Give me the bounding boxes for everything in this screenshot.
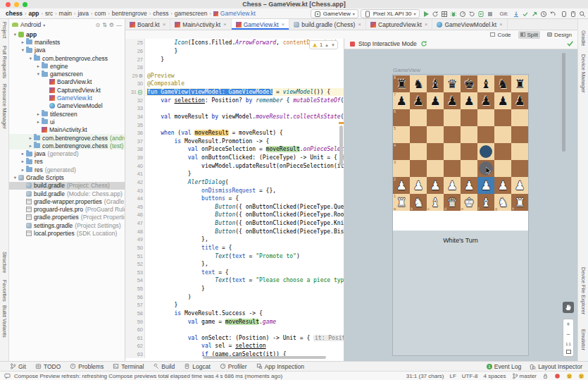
- code-line[interactable]: 62 val sel = selection: [125, 342, 344, 350]
- tool-window-button-build[interactable]: Build: [153, 363, 175, 370]
- tool-button-emulator[interactable]: Emulator: [580, 329, 587, 350]
- board-square-b7[interactable]: ♟: [410, 92, 427, 109]
- tree-toggle-icon[interactable]: ▸: [20, 167, 26, 173]
- white-piece[interactable]: ♞: [410, 194, 427, 211]
- project-tree-item[interactable]: ▸engine: [9, 62, 125, 70]
- code-line[interactable]: 52 },: [125, 260, 344, 269]
- chess-board[interactable]: 8♜♞♝♛♚♝♞♜7♟♟♟♟♟♟♟♟65432♟♟♟♟♟♟♟♟1a♜b♞c♝d♛…: [393, 75, 528, 211]
- code-line[interactable]: 49 },: [125, 235, 344, 244]
- project-tree-item[interactable]: ▾java: [9, 47, 125, 54]
- project-tree-item[interactable]: GameViewModel: [9, 102, 125, 110]
- board-square-c3[interactable]: [427, 160, 444, 177]
- white-piece[interactable]: ♟: [393, 177, 410, 194]
- tool-button-device-manager[interactable]: Device Manager: [580, 54, 587, 93]
- board-square-h3[interactable]: [511, 160, 528, 177]
- code-line[interactable]: 61 val onSelect: (Position) -> Unit = { …: [125, 334, 344, 343]
- board-square-c8[interactable]: ♝: [427, 75, 444, 92]
- black-piece[interactable]: ♟: [461, 92, 477, 109]
- tree-toggle-icon[interactable]: ▾: [27, 56, 34, 61]
- smiley-icon[interactable]: [566, 373, 573, 379]
- file-encoding[interactable]: UTF-8: [462, 373, 478, 379]
- board-square-e8[interactable]: ♚: [461, 75, 477, 92]
- board-square-e7[interactable]: ♟: [461, 92, 477, 109]
- board-square-e6[interactable]: [461, 109, 477, 126]
- code-line[interactable]: 51 Text(text = "Promote to"): [125, 252, 344, 260]
- board-square-f6[interactable]: [477, 109, 494, 126]
- editor-vertical-scrollbar[interactable]: [339, 125, 343, 166]
- mode-split-button[interactable]: Split: [518, 31, 541, 39]
- profile-button[interactable]: [458, 10, 468, 18]
- board-square-a5[interactable]: 5: [393, 126, 410, 143]
- device-select[interactable]: Pixel XL API 30 ▾: [361, 9, 420, 18]
- board-square-g4[interactable]: [494, 143, 511, 160]
- breadcrumb-item[interactable]: com: [94, 10, 106, 17]
- record-icon[interactable]: [554, 373, 561, 379]
- code-line[interactable]: 44 buttons = {: [125, 195, 344, 203]
- white-piece[interactable]: ♟: [410, 177, 427, 194]
- board-square-h8[interactable]: ♜: [511, 75, 528, 92]
- board-square-f4[interactable]: [477, 143, 494, 160]
- white-piece[interactable]: ♝: [477, 194, 494, 211]
- code-line[interactable]: 37 is MoveResult.Promotion -> {: [125, 137, 344, 146]
- board-square-h1[interactable]: h♜: [511, 194, 528, 211]
- code-line[interactable]: 53 text = {: [125, 269, 344, 277]
- inspections-widget[interactable]: 1 ▲ ▼: [309, 40, 338, 49]
- commit-button[interactable]: [520, 10, 530, 18]
- black-piece[interactable]: ♞: [494, 75, 511, 92]
- zoom-out-button[interactable]: −: [566, 331, 570, 338]
- board-square-d7[interactable]: ♟: [444, 92, 461, 109]
- tool-window-button-profiler[interactable]: Profiler: [220, 363, 247, 370]
- code-line[interactable]: 57 }: [125, 301, 344, 309]
- editor-tab[interactable]: Board.kt×: [125, 19, 170, 30]
- tree-toggle-icon[interactable]: ▸: [27, 143, 34, 149]
- run-button[interactable]: [422, 10, 431, 18]
- search-button[interactable]: [577, 10, 587, 18]
- board-square-g8[interactable]: ♞: [494, 75, 511, 92]
- preview-scrollbar[interactable]: [562, 53, 565, 152]
- zoom-to-fit-button[interactable]: [566, 350, 571, 354]
- project-tree-item[interactable]: settings.gradle(Project Settings): [9, 221, 125, 229]
- white-piece[interactable]: ♜: [393, 194, 410, 211]
- white-piece[interactable]: ♟: [494, 177, 511, 194]
- tab-close-icon[interactable]: ×: [223, 21, 227, 27]
- tab-close-icon[interactable]: ×: [163, 21, 166, 27]
- code-line[interactable]: 48 Button({ onButtonClicked(PieceType.Bi…: [125, 227, 344, 235]
- board-square-b3[interactable]: [410, 160, 427, 177]
- mode-code-button[interactable]: Code: [488, 31, 513, 39]
- code-line[interactable]: 28: [125, 63, 344, 72]
- board-square-c2[interactable]: ♟: [427, 177, 444, 194]
- tree-toggle-icon[interactable]: ▸: [20, 151, 26, 157]
- board-square-d6[interactable]: [444, 109, 461, 126]
- white-piece[interactable]: ♛: [444, 194, 461, 211]
- black-piece[interactable]: ♟: [427, 92, 444, 109]
- board-square-g3[interactable]: [494, 160, 511, 177]
- black-piece[interactable]: ♟: [477, 92, 494, 109]
- project-tree-item[interactable]: ▸titlescreen: [9, 110, 125, 118]
- history-button[interactable]: [539, 10, 548, 18]
- project-tree-item[interactable]: gradle-wrapper.properties(Gradle Version…: [9, 197, 125, 205]
- code-line[interactable]: 36 when (val moveResult = moveResult) {: [125, 129, 344, 137]
- board-square-h6[interactable]: [511, 109, 528, 126]
- white-piece[interactable]: ♟: [444, 177, 461, 194]
- tab-close-icon[interactable]: ×: [358, 21, 361, 27]
- board-square-d4[interactable]: [444, 143, 461, 160]
- tool-button-structure[interactable]: Structure: [1, 252, 8, 273]
- code-line[interactable]: 60: [125, 326, 344, 334]
- stop-button[interactable]: [486, 10, 495, 18]
- black-piece[interactable]: ♟: [393, 92, 410, 109]
- stop-interactive-mode-button[interactable]: Stop Interactive Mode: [358, 40, 417, 47]
- breadcrumb-item[interactable]: chess: [6, 10, 23, 17]
- project-tree-item[interactable]: MainActivity.kt: [9, 126, 125, 134]
- tree-toggle-icon[interactable]: ▸: [35, 119, 42, 125]
- tool-window-button-problems[interactable]: Problems: [70, 363, 104, 370]
- code-line[interactable]: 41 }: [125, 170, 344, 178]
- tree-toggle-icon[interactable]: ▸: [20, 39, 26, 45]
- board-square-g5[interactable]: [494, 126, 511, 143]
- tree-toggle-icon[interactable]: ▸: [27, 135, 34, 141]
- tool-window-button-todo[interactable]: TODO: [35, 363, 61, 370]
- white-piece[interactable]: ♟: [461, 177, 477, 194]
- avd-manager-button[interactable]: [559, 10, 568, 18]
- board-square-c5[interactable]: [427, 126, 444, 143]
- board-square-g1[interactable]: g♞: [494, 194, 511, 211]
- debug-button[interactable]: [449, 10, 458, 18]
